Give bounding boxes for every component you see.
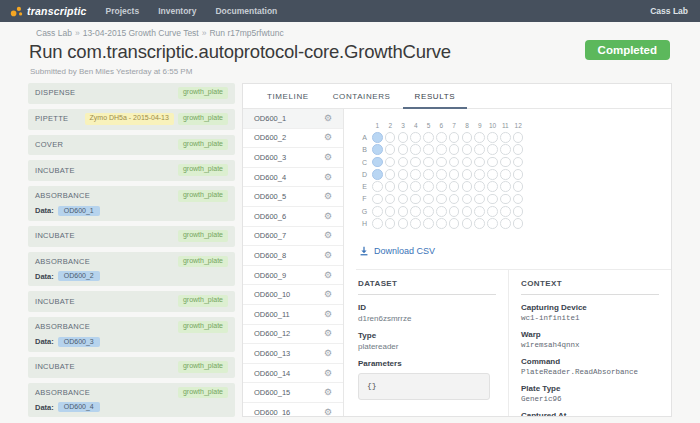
well-a3[interactable] xyxy=(398,132,409,143)
dataset-row-od600-4[interactable]: OD600_4⚙ xyxy=(243,168,343,188)
ref-tag[interactable]: growth_plate xyxy=(178,190,228,202)
gear-icon[interactable]: ⚙ xyxy=(324,133,332,142)
well-c10[interactable] xyxy=(487,157,498,168)
well-f12[interactable] xyxy=(513,194,524,205)
tab-timeline[interactable]: TIMELINE xyxy=(255,84,321,109)
instruction-card-absorbance[interactable]: ABSORBANCEgrowth_plateData:OD600_3 xyxy=(28,317,235,352)
well-g4[interactable] xyxy=(410,206,421,217)
well-c9[interactable] xyxy=(474,157,485,168)
dataset-row-od600-12[interactable]: OD600_12⚙ xyxy=(243,325,343,345)
tab-results[interactable]: RESULTS xyxy=(403,84,468,109)
well-d7[interactable] xyxy=(449,169,460,180)
well-f6[interactable] xyxy=(436,194,447,205)
well-f7[interactable] xyxy=(449,194,460,205)
breadcrumb-item-run-r17mp5rfwtunc[interactable]: Run r17mp5rfwtunc xyxy=(209,28,283,38)
well-a11[interactable] xyxy=(500,132,511,143)
gear-icon[interactable]: ⚙ xyxy=(324,153,332,162)
well-b3[interactable] xyxy=(398,144,409,155)
well-h7[interactable] xyxy=(449,218,460,229)
gear-icon[interactable]: ⚙ xyxy=(324,388,332,397)
well-f11[interactable] xyxy=(500,194,511,205)
well-e4[interactable] xyxy=(410,181,421,192)
well-c11[interactable] xyxy=(500,157,511,168)
well-h3[interactable] xyxy=(398,218,409,229)
well-d2[interactable] xyxy=(385,169,396,180)
dataset-row-od600-7[interactable]: OD600_7⚙ xyxy=(243,227,343,247)
ref-tag[interactable]: growth_plate xyxy=(178,113,228,125)
well-d5[interactable] xyxy=(423,169,434,180)
well-g11[interactable] xyxy=(500,206,511,217)
well-e11[interactable] xyxy=(500,181,511,192)
well-c5[interactable] xyxy=(423,157,434,168)
ref-tag[interactable]: growth_plate xyxy=(178,87,228,99)
well-c3[interactable] xyxy=(398,157,409,168)
well-f4[interactable] xyxy=(410,194,421,205)
instruction-card-incubate[interactable]: INCUBATEgrowth_plate xyxy=(28,291,235,312)
well-h9[interactable] xyxy=(474,218,485,229)
well-h8[interactable] xyxy=(462,218,473,229)
well-e7[interactable] xyxy=(449,181,460,192)
well-d10[interactable] xyxy=(487,169,498,180)
well-d6[interactable] xyxy=(436,169,447,180)
dataset-ref-pill[interactable]: OD600_4 xyxy=(58,402,100,412)
dataset-row-od600-6[interactable]: OD600_6⚙ xyxy=(243,207,343,227)
well-b2[interactable] xyxy=(385,144,396,155)
well-f5[interactable] xyxy=(423,194,434,205)
dataset-row-od600-14[interactable]: OD600_14⚙ xyxy=(243,364,343,384)
well-c7[interactable] xyxy=(449,157,460,168)
well-e3[interactable] xyxy=(398,181,409,192)
well-b8[interactable] xyxy=(462,144,473,155)
well-f3[interactable] xyxy=(398,194,409,205)
well-b12[interactable] xyxy=(513,144,524,155)
well-g8[interactable] xyxy=(462,206,473,217)
instruction-card-incubate[interactable]: INCUBATEgrowth_plate xyxy=(28,160,235,181)
dataset-row-od600-1[interactable]: OD600_1⚙ xyxy=(243,109,343,129)
well-g10[interactable] xyxy=(487,206,498,217)
ref-tag[interactable]: growth_plate xyxy=(178,164,228,176)
well-e10[interactable] xyxy=(487,181,498,192)
well-h10[interactable] xyxy=(487,218,498,229)
well-h1[interactable] xyxy=(372,218,383,229)
well-e8[interactable] xyxy=(462,181,473,192)
nav-item-inventory[interactable]: Inventory xyxy=(158,6,196,16)
well-d3[interactable] xyxy=(398,169,409,180)
instruction-card-absorbance[interactable]: ABSORBANCEgrowth_plateData:OD600_1 xyxy=(28,186,235,221)
breadcrumb-item-cass-lab[interactable]: Cass Lab xyxy=(36,28,72,38)
well-a5[interactable] xyxy=(423,132,434,143)
gear-icon[interactable]: ⚙ xyxy=(324,369,332,378)
nav-user-menu[interactable]: Cass Lab xyxy=(650,6,688,16)
gear-icon[interactable]: ⚙ xyxy=(324,329,332,338)
well-d9[interactable] xyxy=(474,169,485,180)
well-d4[interactable] xyxy=(410,169,421,180)
gear-icon[interactable]: ⚙ xyxy=(324,251,332,260)
dataset-row-od600-8[interactable]: OD600_8⚙ xyxy=(243,246,343,266)
well-a4[interactable] xyxy=(410,132,421,143)
breadcrumb-item-13-04-2015-growth-curve-test[interactable]: 13-04-2015 Growth Curve Test xyxy=(83,28,199,38)
dataset-row-od600-16[interactable]: OD600_16⚙ xyxy=(243,403,343,416)
well-e5[interactable] xyxy=(423,181,434,192)
dataset-row-od600-2[interactable]: OD600_2⚙ xyxy=(243,129,343,149)
well-g6[interactable] xyxy=(436,206,447,217)
aliquot-tag[interactable]: Zymo DH5a - 2015-04-13 xyxy=(85,113,174,125)
gear-icon[interactable]: ⚙ xyxy=(324,231,332,240)
dataset-row-od600-13[interactable]: OD600_13⚙ xyxy=(243,344,343,364)
dataset-row-od600-11[interactable]: OD600_11⚙ xyxy=(243,305,343,325)
well-g7[interactable] xyxy=(449,206,460,217)
tab-containers[interactable]: CONTAINERS xyxy=(321,84,403,109)
gear-icon[interactable]: ⚙ xyxy=(324,349,332,358)
well-a10[interactable] xyxy=(487,132,498,143)
well-a7[interactable] xyxy=(449,132,460,143)
ref-tag[interactable]: growth_plate xyxy=(178,139,228,151)
well-h4[interactable] xyxy=(410,218,421,229)
dataset-row-od600-9[interactable]: OD600_9⚙ xyxy=(243,266,343,286)
well-a12[interactable] xyxy=(513,132,524,143)
ref-tag[interactable]: growth_plate xyxy=(178,321,228,333)
well-c2[interactable] xyxy=(385,157,396,168)
well-h12[interactable] xyxy=(513,218,524,229)
well-f8[interactable] xyxy=(462,194,473,205)
well-c8[interactable] xyxy=(462,157,473,168)
dataset-row-od600-15[interactable]: OD600_15⚙ xyxy=(243,383,343,403)
dataset-ref-pill[interactable]: OD600_1 xyxy=(58,206,100,216)
ref-tag[interactable]: growth_plate xyxy=(178,387,228,399)
well-b11[interactable] xyxy=(500,144,511,155)
